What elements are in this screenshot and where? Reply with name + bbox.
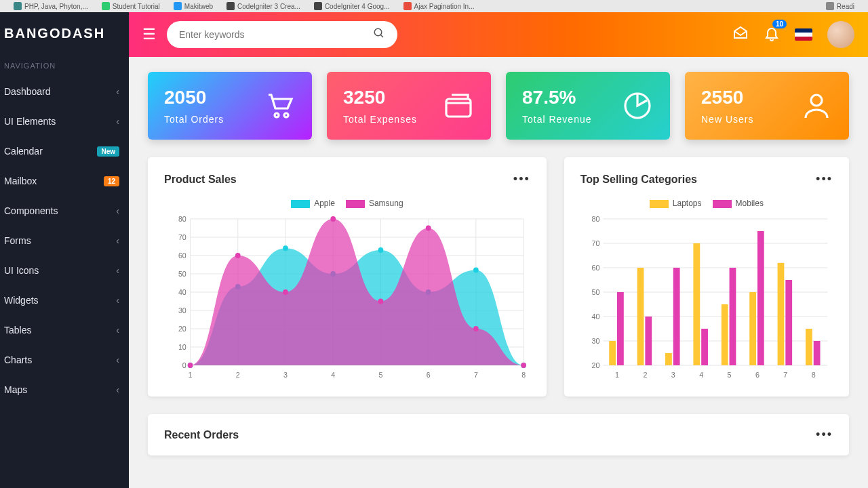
sidebar-item-widgets[interactable]: Widgets‹	[0, 285, 129, 315]
svg-text:5: 5	[378, 371, 382, 379]
legend-item[interactable]: Mobiles	[713, 199, 764, 208]
search-box[interactable]	[167, 21, 397, 48]
sidebar-item-tables[interactable]: Tables‹	[0, 315, 129, 345]
svg-rect-72	[609, 341, 616, 365]
svg-point-56	[521, 363, 526, 368]
svg-point-54	[426, 226, 431, 231]
browser-tab[interactable]: PHP, Java, Phyton,...	[14, 2, 88, 10]
chevron-left-icon: ‹	[116, 354, 119, 365]
svg-text:7: 7	[474, 371, 478, 379]
sidebar-item-label: Mailbox	[4, 176, 37, 186]
svg-text:4: 4	[699, 371, 703, 379]
chevron-left-icon: ‹	[116, 384, 119, 395]
svg-rect-85	[729, 268, 736, 365]
stat-card-total-expenses[interactable]: 3250Total Expenses	[327, 72, 491, 140]
svg-text:70: 70	[178, 233, 186, 241]
sidebar-item-label: Maps	[4, 384, 27, 395]
sidebar-item-ui-elements[interactable]: UI Elements‹	[0, 106, 129, 136]
svg-line-1	[380, 35, 383, 37]
bell-icon[interactable]: 10	[764, 25, 780, 45]
svg-point-52	[330, 216, 336, 222]
svg-rect-84	[722, 304, 728, 365]
chevron-left-icon: ‹	[116, 295, 119, 306]
svg-text:8: 8	[811, 371, 815, 379]
reading-list[interactable]: Readi	[826, 2, 854, 10]
svg-rect-79	[673, 268, 680, 365]
top-categories-panel: Top Selling Categories ••• LaptopsMobile…	[564, 157, 849, 396]
user-avatar[interactable]	[827, 21, 854, 48]
sidebar: BangoDash NAVIGATION Dashboard‹UI Elemen…	[0, 12, 129, 488]
mail-icon[interactable]	[732, 25, 749, 45]
svg-text:30: 30	[178, 306, 186, 314]
sidebar-item-label: UI Icons	[4, 265, 39, 276]
svg-text:3: 3	[283, 371, 288, 379]
sidebar-item-dashboard[interactable]: Dashboard‹	[0, 77, 129, 106]
svg-rect-82	[701, 329, 708, 365]
language-flag[interactable]	[795, 28, 812, 41]
panel-menu-icon[interactable]: •••	[816, 172, 833, 186]
sidebar-item-components[interactable]: Components‹	[0, 196, 129, 226]
topbar: ☰ 10	[129, 12, 868, 57]
legend-item[interactable]: Apple	[291, 199, 335, 208]
sidebar-badge: 12	[104, 176, 119, 186]
svg-rect-4	[446, 99, 471, 117]
svg-text:3: 3	[671, 371, 675, 379]
chevron-left-icon: ‹	[116, 86, 119, 97]
brand-logo[interactable]: BangoDash	[0, 12, 129, 55]
svg-text:50: 50	[178, 270, 186, 278]
svg-text:8: 8	[521, 371, 526, 379]
search-icon[interactable]	[373, 27, 385, 42]
sidebar-item-charts[interactable]: Charts‹	[0, 345, 129, 375]
svg-text:40: 40	[178, 288, 186, 296]
browser-tab[interactable]: Ajax Pagination In...	[403, 2, 475, 10]
stat-card-total-revenue[interactable]: 87.5%Total Revenue	[506, 72, 670, 140]
stat-card-total-orders[interactable]: 2050Total Orders	[148, 72, 312, 140]
wallet-icon	[442, 89, 475, 122]
browser-tab[interactable]: CodeIgniter 3 Crea...	[226, 2, 300, 10]
svg-rect-91	[785, 280, 792, 365]
browser-tab[interactable]: Student Tutorial	[102, 2, 160, 10]
stat-value: 87.5%	[522, 87, 592, 108]
sidebar-item-ui-icons[interactable]: UI Icons‹	[0, 256, 129, 285]
legend-item[interactable]: Laptops	[650, 199, 702, 208]
browser-tab[interactable]: CodeIgniter 4 Goog...	[314, 2, 390, 10]
svg-text:1: 1	[189, 371, 193, 379]
product-sales-chart: 0102030405060708012345678	[164, 212, 530, 382]
legend-item[interactable]: Samsung	[346, 199, 403, 208]
search-input[interactable]	[179, 29, 373, 40]
svg-rect-76	[645, 317, 652, 365]
cart-icon	[263, 89, 296, 122]
svg-text:6: 6	[427, 371, 431, 379]
sidebar-item-calendar[interactable]: CalendarNew	[0, 136, 129, 166]
svg-rect-90	[777, 263, 784, 365]
svg-rect-75	[637, 268, 644, 365]
top-categories-chart: 2030405060708012345678	[580, 212, 833, 382]
menu-toggle-icon[interactable]: ☰	[142, 26, 156, 43]
content-area: 2050Total Orders3250Total Expenses87.5%T…	[129, 57, 868, 488]
sidebar-item-forms[interactable]: Forms‹	[0, 226, 129, 256]
stat-label: New Users	[701, 114, 753, 125]
panel-title: Recent Orders	[164, 429, 239, 441]
svg-text:6: 6	[755, 371, 760, 379]
svg-text:0: 0	[182, 361, 186, 369]
svg-rect-87	[749, 292, 756, 365]
svg-text:5: 5	[727, 371, 731, 379]
svg-text:50: 50	[591, 288, 599, 296]
sidebar-item-label: Widgets	[4, 295, 39, 306]
panel-title: Product Sales	[164, 174, 237, 186]
svg-text:10: 10	[178, 343, 186, 351]
sidebar-item-maps[interactable]: Maps‹	[0, 375, 129, 405]
browser-tab[interactable]: Makitweb	[174, 2, 213, 10]
sidebar-item-mailbox[interactable]: Mailbox12	[0, 166, 129, 196]
svg-rect-73	[617, 292, 624, 365]
svg-text:2: 2	[643, 371, 647, 379]
svg-point-0	[374, 28, 382, 36]
svg-text:80: 80	[591, 215, 599, 223]
stat-card-new-users[interactable]: 2550New Users	[685, 72, 849, 140]
panel-menu-icon[interactable]: •••	[816, 428, 833, 442]
stat-label: Total Revenue	[522, 114, 592, 125]
pie-icon	[621, 89, 654, 122]
sidebar-item-label: Charts	[4, 354, 32, 365]
panel-menu-icon[interactable]: •••	[513, 172, 530, 186]
stat-value: 2550	[701, 87, 753, 108]
